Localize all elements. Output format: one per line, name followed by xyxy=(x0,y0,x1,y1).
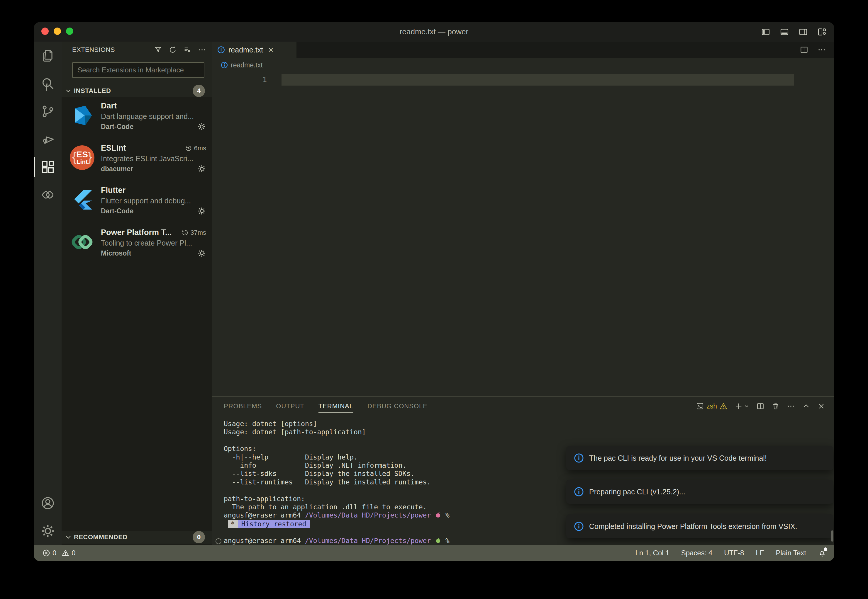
recommended-section-header[interactable]: RECOMMENDED 0 xyxy=(62,531,212,543)
problems-status[interactable]: 0 0 xyxy=(34,549,78,557)
info-icon xyxy=(574,487,584,497)
apple-icon xyxy=(435,512,441,518)
extension-search-box xyxy=(72,62,204,78)
extension-name: Power Platform T... xyxy=(101,228,172,237)
command-decoration-icon[interactable] xyxy=(216,538,221,544)
tab-debug-console[interactable]: DEBUG CONSOLE xyxy=(367,397,427,415)
titlebar: readme.txt — power xyxy=(34,22,834,42)
info-icon xyxy=(574,521,584,531)
installed-label: INSTALLED xyxy=(74,87,111,95)
line-number: 1 xyxy=(212,74,267,86)
notification-text: Preparing pac CLI (v1.25.2)... xyxy=(589,488,685,496)
notification-text: Completed installing Power Platform Tool… xyxy=(589,522,797,531)
manage-extension-gear-icon[interactable] xyxy=(197,122,206,131)
clear-search-results-icon[interactable] xyxy=(183,46,192,54)
shell-label: zsh xyxy=(706,402,717,410)
panel-more-actions-icon[interactable] xyxy=(787,402,795,410)
eslint-logo-icon: {ESLint} xyxy=(69,145,95,170)
extension-item-eslint[interactable]: {ESLint} ESLint 6ms Integrates ESLint Ja… xyxy=(62,140,212,182)
tab-label: readme.txt xyxy=(228,46,263,54)
activity-bar xyxy=(34,42,62,545)
power-platform-icon[interactable] xyxy=(34,181,62,209)
extension-item-flutter[interactable]: Flutter Flutter support and debug... Dar… xyxy=(62,182,212,224)
tab-problems[interactable]: PROBLEMS xyxy=(224,397,262,415)
customize-layout-icon[interactable] xyxy=(817,27,827,37)
panel-scrollbar[interactable] xyxy=(831,530,833,542)
split-editor-icon[interactable] xyxy=(800,45,809,54)
warnings-icon xyxy=(62,549,69,557)
toggle-primary-sidebar-icon[interactable] xyxy=(761,27,770,37)
notification-toast[interactable]: Preparing pac CLI (v1.25.2)... xyxy=(566,480,833,504)
split-terminal-icon[interactable] xyxy=(756,402,764,410)
power-platform-logo-icon xyxy=(69,229,95,255)
explorer-icon[interactable] xyxy=(34,42,62,69)
kill-terminal-trash-icon[interactable] xyxy=(771,402,780,410)
extension-description: Dart language support and... xyxy=(101,112,206,121)
maximize-panel-icon[interactable] xyxy=(802,402,810,410)
flutter-logo-icon xyxy=(69,187,95,213)
extension-name: Flutter xyxy=(101,186,125,195)
manage-extension-gear-icon[interactable] xyxy=(197,164,206,173)
new-terminal-icon[interactable] xyxy=(735,402,749,410)
toggle-secondary-sidebar-icon[interactable] xyxy=(799,27,808,37)
manage-extension-gear-icon[interactable] xyxy=(197,206,206,215)
installed-section-header[interactable]: INSTALLED 4 xyxy=(62,84,212,97)
notification-toast[interactable]: Completed installing Power Platform Tool… xyxy=(566,514,833,538)
refresh-icon[interactable] xyxy=(169,46,177,54)
notification-toast[interactable]: The pac CLI is ready for use in your VS … xyxy=(566,446,833,470)
close-panel-icon[interactable] xyxy=(817,402,826,410)
chevron-down-icon xyxy=(65,534,72,540)
editor-content[interactable]: 1 xyxy=(212,72,834,396)
notifications-bell-icon[interactable] xyxy=(818,549,827,557)
notification-text: The pac CLI is ready for use in your VS … xyxy=(589,454,767,462)
tab-readme[interactable]: readme.txt × xyxy=(212,42,296,58)
info-icon xyxy=(574,453,584,463)
window-title: readme.txt — power xyxy=(34,22,834,42)
encoding[interactable]: UTF-8 xyxy=(724,549,744,557)
close-tab-icon[interactable]: × xyxy=(268,45,273,54)
extensions-icon[interactable] xyxy=(34,153,62,181)
sidebar-title: EXTENSIONS xyxy=(72,46,115,54)
more-actions-icon[interactable] xyxy=(817,45,826,54)
source-control-icon[interactable] xyxy=(34,97,62,125)
terminal-shell-icon[interactable]: zsh xyxy=(696,402,728,410)
screenshot-stage: readme.txt — power xyxy=(0,0,868,599)
settings-gear-icon[interactable] xyxy=(34,517,62,545)
recommended-label: RECOMMENDED xyxy=(74,533,128,541)
extension-publisher: dbaeumer xyxy=(101,165,133,173)
panel-tab-bar: PROBLEMS OUTPUT TERMINAL DEBUG CONSOLE z… xyxy=(212,397,834,415)
eol-sequence[interactable]: LF xyxy=(756,549,764,557)
vscode-window: readme.txt — power xyxy=(34,22,834,561)
filter-icon[interactable] xyxy=(154,46,162,54)
breadcrumb[interactable]: readme.txt xyxy=(212,58,834,72)
dart-logo-icon xyxy=(69,102,95,128)
errors-icon xyxy=(42,549,50,557)
toggle-panel-icon[interactable] xyxy=(780,27,789,37)
run-and-debug-icon[interactable] xyxy=(34,125,62,153)
tab-output[interactable]: OUTPUT xyxy=(276,397,304,415)
installed-extensions-list: Dart Dart language support and... Dart-C… xyxy=(62,97,212,266)
search-input[interactable] xyxy=(73,66,204,74)
accounts-icon[interactable] xyxy=(34,489,62,517)
search-icon[interactable] xyxy=(34,69,62,97)
cursor-position[interactable]: Ln 1, Col 1 xyxy=(636,549,669,557)
tab-terminal[interactable]: TERMINAL xyxy=(319,397,353,415)
extension-name: ESLint xyxy=(101,144,126,153)
manage-extension-gear-icon[interactable] xyxy=(197,249,206,257)
warning-count: 0 xyxy=(72,549,75,557)
sidebar-header: EXTENSIONS xyxy=(62,42,212,58)
installed-count-badge: 4 xyxy=(193,85,205,97)
more-actions-icon[interactable] xyxy=(198,46,206,54)
language-mode[interactable]: Plain Text xyxy=(776,549,806,557)
extension-item-power-platform[interactable]: Power Platform T... 37ms Tooling to crea… xyxy=(62,224,212,266)
shell-warning-icon xyxy=(719,402,728,410)
activation-time: 6ms xyxy=(185,144,206,152)
extension-publisher: Microsoft xyxy=(101,249,131,257)
current-line-highlight xyxy=(282,74,794,86)
extensions-sidebar: EXTENSIONS xyxy=(62,42,212,545)
status-bar: 0 0 Ln 1, Col 1 Spaces: 4 UTF-8 LF Plain… xyxy=(34,545,834,561)
extension-name: Dart xyxy=(101,101,117,110)
indentation[interactable]: Spaces: 4 xyxy=(681,549,713,557)
info-icon xyxy=(217,46,225,54)
extension-item-dart[interactable]: Dart Dart language support and... Dart-C… xyxy=(62,97,212,140)
